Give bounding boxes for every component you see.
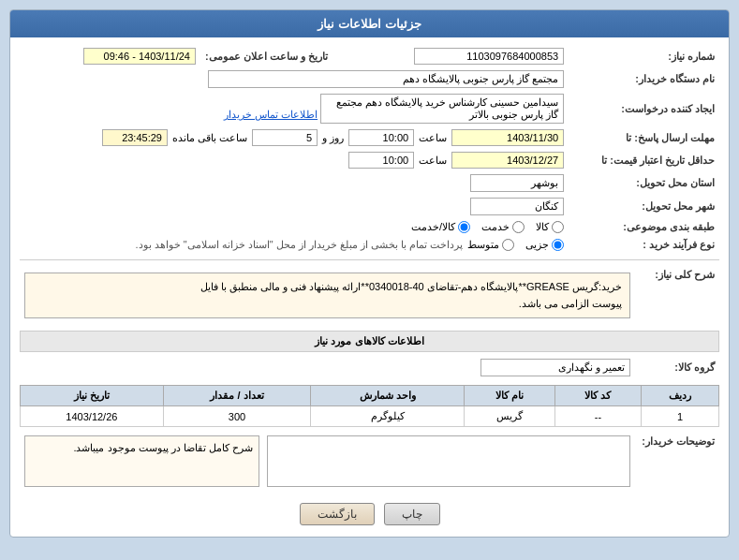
col-row: ردیف	[641, 386, 718, 406]
group-table: گروه کالا: تعمیر و نگهداری	[20, 356, 719, 379]
pub-date-value: 1403/11/24 - 09:46	[20, 45, 200, 67]
table-cell-unit: کیلوگرم	[311, 406, 465, 427]
col-qty: تعداد / مقدار	[163, 386, 310, 406]
purchase-type-row: نوع فرآیند خرید : جزیی متوسط پرداخت تمام…	[20, 236, 719, 254]
deadline-time-field: 10:00	[348, 129, 414, 146]
deadline-label: مهلت ارسال پاسخ: تا	[569, 126, 719, 149]
creator-link[interactable]: اطلاعات تماس خریدار	[224, 109, 318, 120]
creator-field: سیدامین حسینی کارشناس خرید پالایشگاه دهم…	[320, 94, 564, 124]
description-label: شرح کلی نیاز:	[635, 266, 719, 325]
deadline-row: مهلت ارسال پاسخ: تا 1403/11/30 ساعت 10:0…	[20, 126, 719, 149]
category-label-khedmat: خدمت	[481, 221, 510, 233]
category-radio-item-1[interactable]: کالا	[536, 221, 564, 233]
table-row: 1--گریسکیلوگرم3001403/12/26	[21, 406, 719, 427]
main-container: جزئیات اطلاعات نیاز شماره نیاز: 11030976…	[9, 9, 730, 538]
button-bar: چاپ بازگشت	[20, 495, 719, 529]
page-title: جزئیات اطلاعات نیاز	[318, 17, 421, 31]
category-radio-khedmat[interactable]	[512, 221, 525, 233]
province-value: بوشهر	[20, 171, 569, 195]
creator-row: ایجاد کننده درخواست: سیدامین حسینی کارشن…	[20, 91, 719, 126]
purchase-type-value: جزیی متوسط پرداخت تمام با بخشی از مبلغ خ…	[20, 236, 569, 254]
validity-time-field: 10:00	[348, 152, 414, 169]
col-name: نام کالا	[465, 386, 555, 406]
description-box: خرید:گریس GREASE**پالایشگاه دهم-تقاضای 4…	[24, 273, 630, 318]
purchase-radio-item-motavas[interactable]: متوسط	[467, 239, 514, 251]
category-radio-item-3[interactable]: کالا/خدمت	[411, 221, 470, 233]
page-header: جزئیات اطلاعات نیاز	[10, 10, 729, 37]
col-date: تاریخ نیاز	[21, 386, 164, 406]
creator-label: ایجاد کننده درخواست:	[569, 91, 719, 126]
purchase-radio-group: جزیی متوسط	[467, 239, 564, 251]
city-label: شهر محل تحویل:	[569, 195, 719, 218]
notes-row: توضیحات خریدار: شرح کامل تقاضا در پیوست …	[20, 433, 719, 490]
category-row: طبقه بندی موضوعی: کالا خدمت کالا/خدمت	[20, 218, 719, 236]
category-radio-kala[interactable]	[552, 221, 564, 233]
purchase-radio-jozii[interactable]	[552, 239, 564, 251]
print-button[interactable]: چاپ	[384, 503, 440, 525]
goods-table-header-row: ردیف کد کالا نام کالا واحد شمارش تعداد /…	[21, 386, 719, 406]
table-cell-qty: 300	[163, 406, 310, 427]
table-cell-row: 1	[641, 406, 718, 427]
deadline-day-label: روز و	[322, 132, 344, 144]
table-cell-code: --	[554, 406, 641, 427]
buyer-row: نام دستگاه خریدار: مجتمع گاز پارس جنوبی …	[20, 67, 719, 91]
notes-hint: شرح کامل تقاضا در پیوست موجود میباشد.	[24, 435, 259, 487]
notes-table: توضیحات خریدار: شرح کامل تقاضا در پیوست …	[20, 433, 719, 490]
col-unit: واحد شمارش	[311, 386, 465, 406]
city-row: شهر محل تحویل: کنگان	[20, 195, 719, 218]
description-table: شرح کلی نیاز: خرید:گریس GREASE**پالایشگا…	[20, 266, 719, 325]
deadline-remain-field: 23:45:29	[102, 129, 168, 146]
province-label: استان محل تحویل:	[569, 171, 719, 195]
category-radio-kala-khedmat[interactable]	[458, 221, 470, 233]
buyer-value: مجتمع گاز پارس جنوبی پالایشگاه دهم	[20, 67, 569, 91]
goods-table: ردیف کد کالا نام کالا واحد شمارش تعداد /…	[20, 385, 719, 427]
category-label-kala-khedmat: کالا/خدمت	[411, 221, 455, 233]
buyer-label: نام دستگاه خریدار:	[569, 67, 719, 91]
divider-1	[20, 259, 719, 260]
creator-value: سیدامین حسینی کارشناس خرید پالایشگاه دهم…	[20, 91, 569, 126]
purchase-label-motavas: متوسط	[467, 239, 499, 251]
req-number-value: 1103097684000853	[333, 45, 569, 67]
validity-time-label: ساعت	[419, 155, 447, 167]
description-line1: خرید:گریس GREASE**پالایشگاه دهم-تقاضای 4…	[33, 279, 622, 296]
deadline-days-field: 5	[252, 129, 318, 146]
goods-table-head: ردیف کد کالا نام کالا واحد شمارش تعداد /…	[21, 386, 719, 406]
buyer-field: مجتمع گاز پارس جنوبی پالایشگاه دهم	[208, 70, 564, 88]
deadline-time-label: ساعت	[419, 132, 447, 144]
description-line2: پیوست الزامی می باشد.	[33, 296, 622, 313]
category-label-kala: کالا	[536, 221, 549, 233]
deadline-remain-label: ساعت باقی مانده	[172, 132, 247, 144]
form-table: شماره نیاز: 1103097684000853 تاریخ و ساع…	[20, 45, 719, 254]
city-field: کنگان	[470, 198, 564, 215]
group-value: تعمیر و نگهداری	[20, 356, 635, 379]
deadline-date-field: 1403/11/30	[451, 129, 564, 146]
province-field: بوشهر	[470, 174, 564, 192]
validity-label: حداقل تاریخ اعتبار قیمت: تا	[569, 149, 719, 171]
pub-date-label: تاریخ و ساعت اعلان عمومی:	[200, 45, 333, 67]
goods-section-title: اطلاعات کالاهای مورد نیاز	[20, 331, 719, 352]
purchase-radio-item-jozii[interactable]: جزیی	[525, 239, 564, 251]
deadline-value: 1403/11/30 ساعت 10:00 روز و 5 ساعت باقی …	[20, 126, 569, 149]
purchase-notice: پرداخت تمام با بخشی از مبلغ خریدار از مح…	[136, 239, 464, 251]
description-row: شرح کلی نیاز: خرید:گریس GREASE**پالایشگا…	[20, 266, 719, 325]
group-label: گروه کالا:	[635, 356, 719, 379]
purchase-radio-motavas[interactable]	[502, 239, 514, 251]
category-radio-group: کالا خدمت کالا/خدمت	[24, 221, 564, 233]
validity-value: 1403/12/27 ساعت 10:00	[20, 149, 569, 171]
group-row: گروه کالا: تعمیر و نگهداری	[20, 356, 719, 379]
city-value: کنگان	[20, 195, 569, 218]
description-content: خرید:گریس GREASE**پالایشگاه دهم-تقاضای 4…	[20, 266, 635, 325]
req-number-row: شماره نیاز: 1103097684000853 تاریخ و ساع…	[20, 45, 719, 67]
back-button[interactable]: بازگشت	[300, 503, 375, 525]
req-number-field: 1103097684000853	[414, 48, 564, 65]
category-value: کالا خدمت کالا/خدمت	[20, 218, 569, 236]
group-field: تعمیر و نگهداری	[480, 359, 630, 376]
table-cell-name: گریس	[465, 406, 555, 427]
province-row: استان محل تحویل: بوشهر	[20, 171, 719, 195]
notes-label: توضیحات خریدار:	[635, 433, 719, 490]
notes-textarea[interactable]	[267, 435, 630, 487]
category-radio-item-2[interactable]: خدمت	[481, 221, 525, 233]
category-label: طبقه بندی موضوعی:	[569, 218, 719, 236]
pub-date-field: 1403/11/24 - 09:46	[83, 48, 196, 65]
table-cell-date: 1403/12/26	[21, 406, 164, 427]
